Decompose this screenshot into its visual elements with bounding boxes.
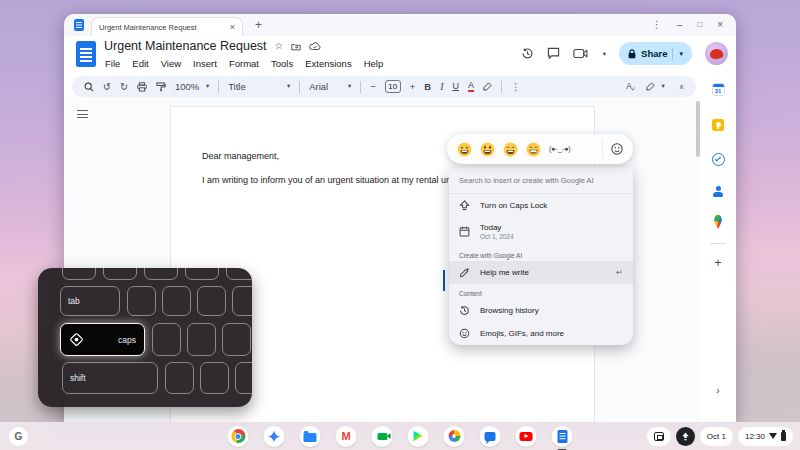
gmail-icon[interactable]: M xyxy=(336,426,357,447)
menu-view[interactable]: View xyxy=(155,56,187,71)
play-store-icon[interactable] xyxy=(408,426,429,447)
comments-icon[interactable] xyxy=(547,47,560,60)
photos-icon[interactable] xyxy=(444,426,465,447)
launcher-button[interactable]: G xyxy=(9,427,28,446)
account-avatar[interactable] xyxy=(705,42,728,65)
video-call-dropdown-icon[interactable]: ▾ xyxy=(603,50,606,58)
increase-font-size-button[interactable]: + xyxy=(410,82,416,92)
menu-item-emojis-gifs[interactable]: Emojis, GIFs, and more xyxy=(449,322,633,345)
document-title[interactable]: Urgent Maintenance Request xyxy=(104,39,267,53)
emoji-picker-icon[interactable] xyxy=(602,140,623,158)
side-panel: 31 + › xyxy=(700,73,736,422)
redo-icon[interactable]: ↻ xyxy=(120,82,128,92)
toolbar-more-icon[interactable]: ⋮ xyxy=(511,82,521,92)
paint-format-icon[interactable] xyxy=(156,82,166,92)
share-button[interactable]: Share ▾ xyxy=(619,42,692,65)
editing-mode-select[interactable]: ▾ xyxy=(646,82,665,92)
gemini-icon[interactable] xyxy=(264,426,285,447)
key-blank xyxy=(144,268,178,280)
quick-settings-pill[interactable]: 12:30 xyxy=(738,427,793,446)
print-icon[interactable] xyxy=(137,82,147,92)
beaming-face-emoji[interactable] xyxy=(526,142,541,157)
keep-panel-icon[interactable] xyxy=(712,119,724,131)
tab-close-icon[interactable]: × xyxy=(230,23,235,32)
new-tab-button[interactable]: + xyxy=(255,18,262,32)
paragraph-style-select[interactable]: Title▾ xyxy=(228,82,290,92)
menu-tools[interactable]: Tools xyxy=(265,56,299,71)
highlight-pen-icon[interactable] xyxy=(483,82,492,91)
menu-insert[interactable]: Insert xyxy=(187,56,223,71)
calendar-icon xyxy=(459,226,470,237)
menu-help[interactable]: Help xyxy=(358,56,390,71)
move-folder-icon[interactable] xyxy=(291,42,301,51)
date-pill[interactable]: Oct 1 xyxy=(700,427,733,446)
kaomoji-option[interactable]: (●-‿-●) xyxy=(549,145,570,153)
decrease-font-size-button[interactable]: − xyxy=(370,82,376,92)
chat-icon[interactable] xyxy=(480,426,501,447)
spellcheck-icon[interactable]: A✓ xyxy=(626,82,632,91)
key-tab: tab xyxy=(60,286,120,316)
key-blank xyxy=(127,286,156,316)
menu-edit[interactable]: Edit xyxy=(126,56,154,71)
hide-menus-icon[interactable]: ∧ xyxy=(679,83,684,90)
tasks-panel-icon[interactable] xyxy=(712,153,725,166)
chevron-down-icon: ▾ xyxy=(662,83,665,90)
menu-item-help-me-write[interactable]: Help me write ↵ xyxy=(449,261,633,284)
add-addon-button[interactable]: + xyxy=(714,256,721,270)
minimize-button[interactable]: – xyxy=(677,20,683,30)
docs-logo[interactable] xyxy=(76,41,96,67)
text-color-button[interactable]: A xyxy=(468,81,474,93)
grinning-face-big-eyes-emoji[interactable] xyxy=(480,142,495,157)
zoom-select[interactable]: 100% ▾ xyxy=(175,82,209,92)
close-button[interactable]: × xyxy=(717,20,723,30)
browser-menu-icon[interactable]: ⋮ xyxy=(652,20,662,30)
menu-format[interactable]: Format xyxy=(223,56,265,71)
star-icon[interactable]: ☆ xyxy=(275,41,284,51)
menu-item-caps-lock[interactable]: Turn on Caps Lock xyxy=(449,194,633,217)
document-outline-icon[interactable] xyxy=(77,110,88,118)
font-select[interactable]: Arial▾ xyxy=(309,82,351,92)
meet-icon[interactable] xyxy=(372,426,393,447)
key-caps-highlighted: caps xyxy=(60,323,145,356)
menu-extensions[interactable]: Extensions xyxy=(299,56,357,71)
chrome-icon[interactable] xyxy=(228,426,249,447)
share-dropdown-icon[interactable]: ▾ xyxy=(672,48,683,60)
files-icon[interactable] xyxy=(300,426,321,447)
grinning-face-smiling-eyes-emoji[interactable] xyxy=(503,142,518,157)
cloud-status-icon[interactable] xyxy=(309,42,321,51)
search-menus-icon[interactable] xyxy=(84,82,94,92)
maps-panel-icon[interactable] xyxy=(713,215,724,229)
menu-item-today[interactable]: Today Oct 1, 2024 xyxy=(449,217,633,246)
italic-button[interactable]: I xyxy=(440,82,443,92)
maximize-button[interactable]: □ xyxy=(697,21,702,29)
key-blank xyxy=(103,268,137,280)
caps-lock-indicator[interactable] xyxy=(676,427,695,446)
tab-title: Urgent Maintenance Request xyxy=(99,23,224,32)
status-tray: Oct 1 12:30 xyxy=(647,427,793,446)
grinning-face-emoji[interactable] xyxy=(457,142,472,157)
video-call-icon[interactable] xyxy=(573,48,590,59)
youtube-icon[interactable] xyxy=(516,426,537,447)
windows-icon xyxy=(654,432,664,441)
contacts-panel-icon[interactable] xyxy=(712,185,724,197)
docs-header: Urgent Maintenance Request ☆ File Edit V… xyxy=(64,36,736,74)
keyboard-shortcut-overlay: tab caps shift xyxy=(38,268,252,407)
key-blank xyxy=(222,323,251,356)
browser-tab[interactable]: Urgent Maintenance Request × xyxy=(91,17,243,36)
chevron-down-icon: ▾ xyxy=(348,83,351,90)
key-blank xyxy=(235,362,252,394)
undo-icon[interactable]: ↺ xyxy=(103,82,111,92)
version-history-icon[interactable] xyxy=(521,47,534,60)
bold-button[interactable]: B xyxy=(424,82,431,92)
docs-app-icon[interactable] xyxy=(552,426,573,447)
window-switcher-button[interactable] xyxy=(647,427,671,446)
underline-button[interactable]: U xyxy=(453,82,460,91)
insert-menu-popup: Turn on Caps Lock Today Oct 1, 2024 Crea… xyxy=(449,167,633,345)
key-blank xyxy=(185,268,219,280)
font-size-input[interactable]: 10 xyxy=(385,80,401,93)
menu-item-browsing-history[interactable]: Browsing history xyxy=(449,299,633,322)
panel-collapse-icon[interactable]: › xyxy=(716,385,719,396)
calendar-panel-icon[interactable]: 31 xyxy=(712,83,725,96)
popup-search-input[interactable] xyxy=(459,176,623,185)
menu-file[interactable]: File xyxy=(99,56,126,71)
